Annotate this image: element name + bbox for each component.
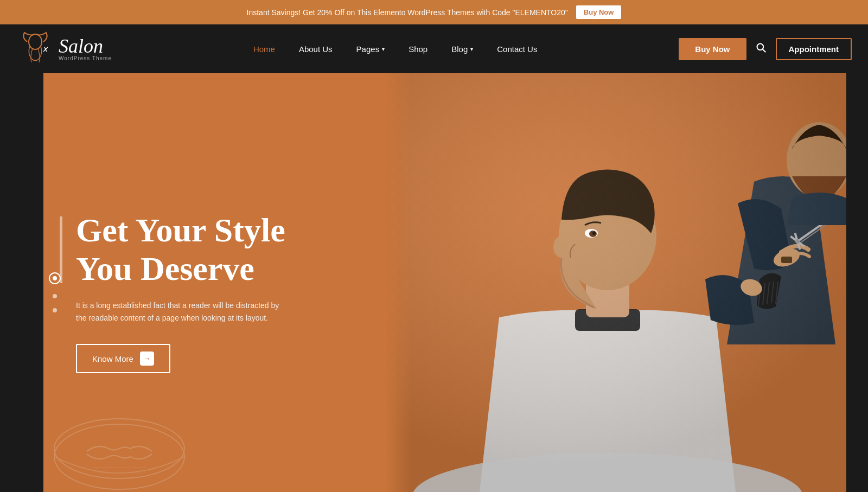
pages-dropdown-arrow: ▾ — [382, 46, 385, 52]
page-wrapper: Instant Savings! Get 20% Off on This Ele… — [0, 0, 868, 492]
buy-now-button[interactable]: Buy Now — [679, 38, 746, 60]
top-banner: Instant Savings! Get 20% Off on This Ele… — [0, 0, 868, 24]
know-more-arrow-icon: → — [140, 352, 154, 366]
know-more-button[interactable]: Know More → — [76, 344, 170, 373]
nav-item-contact[interactable]: Contact Us — [485, 44, 549, 54]
search-icon-button[interactable] — [753, 40, 769, 59]
banner-buy-now-button[interactable]: Buy Now — [576, 5, 622, 19]
logo-salon-label: Salon — [59, 36, 112, 56]
nav-item-about[interactable]: About Us — [287, 44, 344, 54]
nav-link-home[interactable]: Home — [241, 44, 287, 54]
hero-photo — [347, 73, 868, 492]
barber-illustration — [43, 402, 195, 492]
side-panel-right — [846, 73, 868, 492]
svg-line-2 — [44, 47, 47, 52]
nav-links: Home About Us Pages ▾ Shop Blog ▾ — [241, 44, 550, 54]
blog-dropdown-arrow: ▾ — [470, 46, 473, 52]
nav-item-blog[interactable]: Blog ▾ — [439, 44, 485, 54]
nav-link-pages[interactable]: Pages ▾ — [344, 44, 397, 54]
know-more-label: Know More — [92, 354, 133, 363]
banner-text: Instant Savings! Get 20% Off on This Ele… — [247, 8, 568, 17]
logo-text: Salon WordPress Theme — [59, 36, 112, 61]
hero-scene-svg — [347, 73, 868, 492]
svg-point-0 — [29, 34, 42, 49]
side-panel-left — [0, 73, 43, 492]
logo-area: Salon WordPress Theme — [16, 30, 112, 68]
search-icon — [756, 42, 767, 53]
navbar: Salon WordPress Theme Home About Us Page… — [0, 24, 868, 73]
hero-subtext: It is a long established fact that a rea… — [76, 299, 282, 325]
nav-link-shop[interactable]: Shop — [397, 44, 439, 54]
nav-item-pages[interactable]: Pages ▾ — [344, 44, 397, 54]
nav-link-contact[interactable]: Contact Us — [485, 44, 549, 54]
hero-headline: Get Your Style You Deserve — [76, 211, 285, 289]
logo-sub-label: WordPress Theme — [59, 56, 112, 61]
nav-link-blog[interactable]: Blog ▾ — [439, 44, 485, 54]
nav-item-home[interactable]: Home — [241, 44, 287, 54]
svg-rect-32 — [347, 73, 868, 492]
nav-link-about[interactable]: About Us — [287, 44, 344, 54]
hero-section: Get Your Style You Deserve It is a long … — [0, 73, 868, 492]
logo-icon — [16, 30, 54, 68]
nav-item-shop[interactable]: Shop — [397, 44, 439, 54]
hero-headline-line1: Get Your Style — [76, 212, 285, 248]
svg-point-3 — [757, 43, 763, 50]
hero-curve — [347, 73, 412, 492]
svg-line-4 — [762, 49, 765, 52]
hero-headline-line2: You Deserve — [76, 250, 254, 287]
appointment-button[interactable]: Appointment — [776, 38, 852, 60]
nav-right: Buy Now Appointment — [679, 38, 852, 60]
